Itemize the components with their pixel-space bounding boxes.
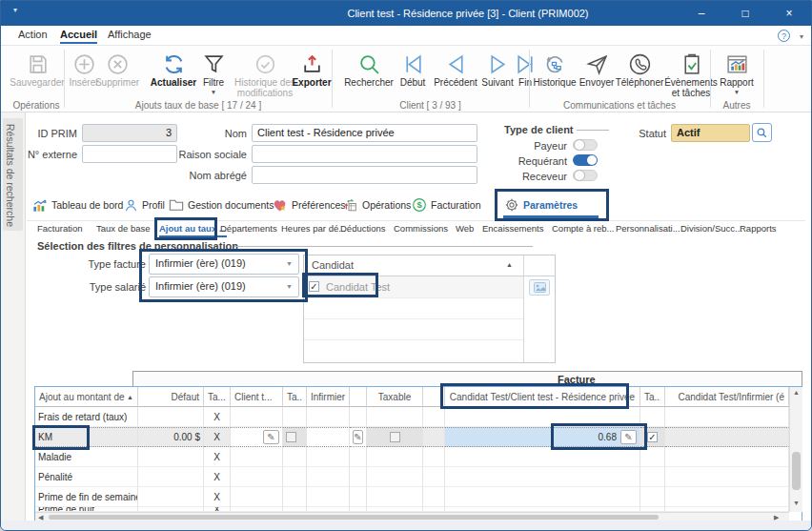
edit-pencil-icon[interactable]: ✎ (353, 430, 363, 444)
menu-affichage[interactable]: Affichage (108, 29, 152, 40)
subtab-division-succ-[interactable]: Division/Succ... (680, 223, 742, 234)
subtab-rapports[interactable]: Rapports (740, 223, 777, 234)
grid-cell: Pénalité (35, 467, 138, 487)
menu-action[interactable]: Action (18, 29, 48, 40)
search-results-panel[interactable]: Résultats de recherche (1, 112, 26, 521)
column-header[interactable]: Taxable (367, 387, 423, 407)
type-salarie-combo[interactable]: Infirmier (ère) (019)▼ (149, 276, 299, 297)
tab-profil[interactable]: Profil (124, 194, 165, 215)
minimize-button[interactable]: – (680, 1, 723, 26)
svg-text:$: $ (416, 200, 422, 210)
row-label: Prime de fin de semaine (38, 492, 138, 502)
subtab-commissions[interactable]: Commissions (394, 223, 448, 234)
chevron-down-icon: ▼ (701, 89, 772, 96)
grid-cell: Maladie (35, 447, 138, 467)
close-button[interactable]: × (767, 1, 811, 26)
type-facture-combo[interactable]: Infirmier (ère) (019)▼ (149, 254, 299, 275)
grid-cell (445, 487, 640, 507)
checkbox-unchecked[interactable] (390, 432, 400, 442)
externe-field[interactable] (82, 145, 177, 163)
column-header[interactable] (350, 387, 367, 407)
nom-abrege-field[interactable] (252, 166, 477, 184)
candidat-client-value: 0.68 (599, 432, 617, 442)
tab-op-rations[interactable]: Opérations (343, 194, 411, 215)
type-facture-label: Type facture (79, 258, 146, 270)
column-header[interactable]: Candidat Test/Client test - Résidence pr… (445, 387, 640, 407)
toggle-receveur[interactable] (573, 170, 598, 181)
candidat-header[interactable]: Candidat ▲ (304, 255, 555, 276)
subtab-taux-de-base[interactable]: Taux de base (96, 223, 151, 234)
tab-param-tres[interactable]: Paramètres (504, 194, 578, 215)
tab-gestion-documents[interactable]: Gestion documents (169, 194, 274, 215)
toggle-requérant[interactable] (573, 154, 598, 166)
ribbon-group-label: Client [ 3 / 93 ] (332, 100, 529, 111)
tab-tableau-de-bord[interactable]: Tableau de bord (31, 194, 123, 215)
externe-label: N° externe (20, 149, 77, 160)
grid-cell (423, 427, 445, 447)
grid-cell: X (204, 447, 231, 467)
grid-cell: X (204, 487, 231, 507)
row-label: Pénalité (38, 472, 72, 482)
subtab-heures-par-d-[interactable]: Heures par dé... (281, 223, 346, 234)
nom-field[interactable]: Client test - Résidence privée (252, 124, 477, 142)
dashboard-icon (31, 198, 48, 213)
grid-cell[interactable]: ✎ (231, 427, 283, 447)
ribbon-button-rapport[interactable]: Rapport▼ (701, 50, 772, 96)
title-bar: ▾ Client test - Résidence privée [3] - C… (1, 1, 811, 26)
candidat-checkbox[interactable]: ✓ (309, 281, 319, 292)
grid-cell (350, 487, 367, 507)
chevron-down-icon: ▼ (286, 260, 293, 267)
subtab-ajout-au-taux-[interactable]: Ajout au taux ... (159, 223, 227, 237)
checkbox-unchecked[interactable] (286, 432, 296, 442)
column-header[interactable]: Ta... (204, 387, 231, 407)
column-header[interactable]: Ta... (640, 387, 665, 407)
tab-pr-f-rences[interactable]: Préférences (272, 194, 346, 215)
subtab-web[interactable]: Web (456, 223, 474, 234)
edit-pencil-icon[interactable]: ✎ (263, 430, 279, 444)
subtab-compte-reb-[interactable]: Compte à reb... (552, 223, 614, 234)
help-icon[interactable]: ? (778, 30, 790, 42)
menu-accueil[interactable]: Accueil (60, 29, 97, 44)
tab-facturation[interactable]: $Facturation (412, 194, 481, 215)
quick-access-icon[interactable]: ▾ (10, 8, 20, 19)
type-client-rule (577, 130, 609, 131)
subtab-d-partements[interactable]: Départements (220, 223, 277, 234)
grid-cell (640, 487, 665, 507)
checkbox-checked[interactable]: ✓ (647, 432, 658, 442)
statut-field[interactable]: Actif (671, 124, 750, 142)
ribbon-group-label: Opérations (9, 100, 64, 111)
grid-cell[interactable]: ✎ (350, 427, 367, 447)
column-header[interactable]: Ta... (283, 387, 307, 407)
subtab-d-ductions[interactable]: Déductions (340, 223, 386, 234)
edit-pencil-icon[interactable]: ✎ (620, 430, 637, 444)
subtab-personnalisati-[interactable]: Personnalisati... (616, 223, 680, 234)
subtab-encaissements[interactable]: Encaissements (482, 223, 543, 234)
column-header[interactable]: Infirmier... (307, 387, 350, 407)
column-header[interactable]: Défaut (138, 387, 204, 407)
grid-cell (423, 467, 445, 487)
candidat-image-button[interactable] (529, 279, 550, 296)
grid-cell (138, 447, 204, 467)
ribbon-group-label: Autres (710, 100, 763, 111)
column-header[interactable]: Client t... (231, 387, 283, 407)
column-header[interactable] (423, 387, 445, 407)
window-title: Client test - Résidence privée [3] - Cli… (287, 1, 649, 26)
row-label: KM (38, 432, 52, 442)
column-header[interactable]: Ajout au montant de ...▲ (35, 387, 138, 407)
grid-cell[interactable]: 0.68✎ (445, 427, 640, 447)
raison-sociale-field[interactable] (252, 145, 477, 163)
candidat-row[interactable]: ✓ Candidat Test (304, 276, 523, 297)
statut-search-button[interactable] (752, 123, 772, 142)
vertical-scrollbar[interactable]: ▲ ▼ (789, 387, 802, 512)
facture-band-label: Facture (558, 374, 596, 385)
subtab-facturation[interactable]: Facturation (37, 223, 83, 234)
grid-cell (423, 407, 445, 427)
grid-cell (367, 487, 423, 507)
ribbon-collapse-icon[interactable]: ▾ (800, 32, 803, 41)
column-header[interactable]: Candidat Test/Infirmier (é (665, 387, 789, 407)
grid-cell (665, 407, 789, 427)
maximize-button[interactable]: □ (723, 1, 767, 26)
toggle-payeur[interactable] (573, 139, 598, 151)
tax-x-mark: X (213, 472, 220, 482)
ribbon-group: InsérerSupprimerActualiserFiltre▼Histori… (65, 46, 332, 112)
